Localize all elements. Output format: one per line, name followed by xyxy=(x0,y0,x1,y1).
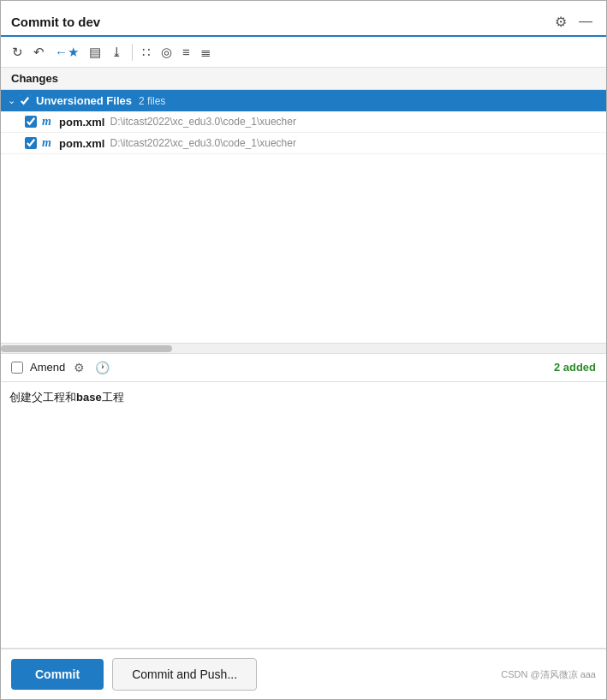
settings-icon[interactable]: ⚙ xyxy=(72,359,86,376)
modified-icon-1: m xyxy=(42,115,54,129)
undo-button[interactable]: ↶ xyxy=(29,42,49,63)
commit-message-area[interactable]: 创建父工程和base工程 xyxy=(1,382,606,649)
download-button[interactable]: ⤓ xyxy=(107,42,127,63)
file-name-1: pom.xml xyxy=(59,116,104,129)
file-path-2: D:\itcast2022\xc_edu3.0\code_1\xuecher xyxy=(110,137,295,149)
title-bar: Commit to dev ⚙ — xyxy=(1,1,606,37)
commit-button[interactable]: Commit xyxy=(11,659,104,690)
refresh-button[interactable]: ↻ xyxy=(8,42,27,63)
file-path-1: D:\itcast2022\xc_edu3.0\code_1\xuecher xyxy=(110,116,295,128)
file-group-row[interactable]: ⌄ Unversioned Files 2 files xyxy=(1,90,606,111)
window-title: Commit to dev xyxy=(11,15,100,29)
toolbar: ↻ ↶ ←★ ▤ ⤓ ∷ ◎ ≡ ≣ xyxy=(1,37,606,68)
group-count: 2 files xyxy=(139,95,165,107)
chevron-down-icon: ⌄ xyxy=(8,95,15,106)
modified-icon-2: m xyxy=(42,136,54,150)
file-checkbox-2[interactable] xyxy=(25,137,37,149)
changes-label: Changes xyxy=(11,72,58,85)
scrollbar-thumb[interactable] xyxy=(1,345,172,352)
amend-checkbox[interactable] xyxy=(11,362,23,374)
file-row[interactable]: m pom.xml D:\itcast2022\xc_edu3.0\code_1… xyxy=(1,111,606,133)
commit-and-push-button[interactable]: Commit and Push... xyxy=(112,658,257,691)
history-icon[interactable]: 🕐 xyxy=(93,359,111,376)
file-checkbox-1[interactable] xyxy=(25,116,37,128)
action-bar: Commit Commit and Push... CSDN @清风微凉 aaa xyxy=(1,649,606,699)
watermark: CSDN @清风微凉 aaa xyxy=(501,668,596,681)
group-label: Unversioned Files xyxy=(36,94,132,107)
file-name-2: pom.xml xyxy=(59,137,104,150)
file-list: ⌄ Unversioned Files 2 files m pom.xml D:… xyxy=(1,90,606,343)
branch-button[interactable]: ∷ xyxy=(138,42,155,63)
eye-button[interactable]: ◎ xyxy=(157,42,176,63)
added-count: 2 added xyxy=(554,361,596,374)
sort-asc-button[interactable]: ≣ xyxy=(196,42,216,63)
diff-button[interactable]: ▤ xyxy=(85,42,105,63)
minimize-icon[interactable]: — xyxy=(575,12,596,31)
bottom-bar: Amend ⚙ 🕐 2 added xyxy=(1,353,606,382)
horizontal-scrollbar[interactable] xyxy=(1,343,606,353)
sort-desc-button[interactable]: ≡ xyxy=(178,42,194,62)
changes-header: Changes xyxy=(1,68,606,90)
commit-message-text[interactable]: 创建父工程和base工程 xyxy=(9,389,598,406)
commit-message-content: 创建父工程和base工程 xyxy=(9,391,124,404)
title-bar-actions: ⚙ — xyxy=(551,12,596,32)
rollback-button[interactable]: ←★ xyxy=(51,42,83,63)
file-row[interactable]: m pom.xml D:\itcast2022\xc_edu3.0\code_1… xyxy=(1,133,606,154)
toolbar-divider xyxy=(132,44,133,61)
amend-label: Amend xyxy=(30,361,65,374)
group-checkbox[interactable] xyxy=(19,95,31,107)
gear-icon[interactable]: ⚙ xyxy=(551,12,570,32)
